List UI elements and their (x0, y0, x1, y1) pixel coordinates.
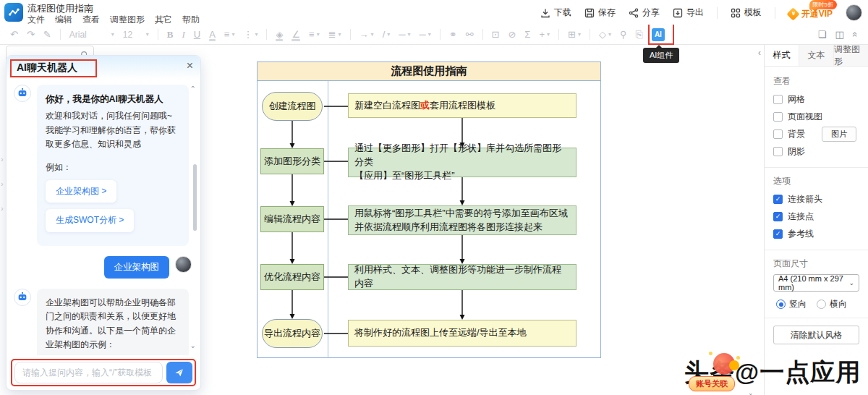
send-button[interactable] (166, 362, 192, 383)
fullscreen-icon[interactable]: ❏ (818, 30, 827, 39)
line-start-select[interactable]: ─▾ (399, 30, 410, 39)
line-style-select[interactable]: ≣▾ (328, 30, 341, 39)
chat-scrollbar[interactable] (193, 164, 197, 231)
underline-button[interactable]: U (194, 30, 200, 39)
redo-icon[interactable]: ↷ (27, 30, 35, 39)
panel-edge-chevron-icon[interactable]: › (1, 155, 4, 163)
pin-button[interactable]: ⚲ (620, 30, 627, 39)
flow-desc-1[interactable]: 通过【更多图形】打开【形状】库并勾选所需图形分类【应用】至“图形工具栏” (348, 148, 576, 177)
flow-node-0[interactable]: 创建流程图 (262, 92, 323, 121)
flow-desc-2[interactable]: 用鼠标将“图形工具栏”中需要的符号添加至画布区域并依据流程顺序利用流程图将各图形… (348, 205, 576, 235)
undo-icon[interactable]: ↶ (10, 30, 18, 39)
line-end-select[interactable]: ─▾ (420, 30, 431, 39)
menu-item-3[interactable]: 调整图形 (110, 14, 145, 26)
panel-edge-chevron-icon[interactable]: › (1, 179, 4, 188)
template-label: 模板 (744, 7, 762, 19)
page-size-select[interactable]: A4 (210 mm x 297 mm) ⌄ (773, 274, 859, 292)
insert-plus-select[interactable]: +▾ (539, 30, 550, 39)
chat-input[interactable]: 请输入提问内容，输入“/”获取模板 (14, 362, 163, 383)
color-bar (292, 39, 300, 41)
flow-node-2[interactable]: 编辑流程内容 (260, 206, 324, 232)
menu-item-5[interactable]: 帮助 (182, 14, 200, 26)
close-icon[interactable]: × (187, 59, 193, 72)
user-avatar[interactable] (175, 256, 192, 273)
flow-desc-3[interactable]: 利用样式、文本、调整图形等功能进一步制作流程内容 (348, 264, 576, 290)
format-painter-icon[interactable]: ✎ (43, 30, 51, 39)
table-select[interactable]: ⊞▾ (568, 30, 581, 39)
flow-node-4[interactable]: 导出流程内容 (262, 319, 323, 348)
collapse-toolbar-icon[interactable]: « (853, 30, 858, 39)
scroll-up-icon[interactable]: ⌃ (190, 85, 196, 93)
clear-default-style-button[interactable]: 清除默认风格 (773, 326, 859, 344)
menu-item-1[interactable]: 编辑 (55, 14, 72, 26)
unlink-button[interactable]: ⚯ (466, 30, 474, 39)
line-width-select[interactable]: ≡▾ (309, 30, 320, 39)
font-color-button[interactable]: A (209, 30, 216, 39)
flowchart-canvas[interactable]: 流程图使用指南 创建流程图新建空白流程图或套用流程图模板添加图形分类通过【更多图… (257, 61, 601, 358)
attachment-button[interactable]: ⊘ (508, 30, 516, 39)
user-avatar[interactable] (846, 4, 862, 21)
orientation-横向[interactable]: 横向 (817, 298, 847, 310)
tab-样式[interactable]: 样式 (765, 45, 799, 66)
tab-文本[interactable]: 文本 (799, 45, 833, 66)
clipboard-button[interactable]: ⎘ (635, 30, 642, 39)
share-label: 分享 (642, 7, 660, 19)
flow-desc-line: 用鼠标将“图形工具栏”中需要的符号添加至画布区域 (354, 207, 570, 221)
checkbox-背景[interactable] (773, 129, 783, 139)
panel-toggle-icon[interactable]: ◫ (835, 30, 843, 39)
example-link-1[interactable]: 生成SWOT分析 > (46, 209, 134, 232)
greeting-title: 你好，我是你的AI聊天机器人 (46, 92, 180, 106)
download-button[interactable]: 下载 (540, 7, 571, 19)
flow-desc-4[interactable]: 将制作好的流程图上传至远端/导出至本地 (348, 320, 576, 347)
scroll-down-icon[interactable]: ⌄ (190, 341, 196, 349)
arrow-style-select[interactable]: →▾ (359, 30, 374, 39)
panel-collapse-icon[interactable]: ‹ (758, 48, 761, 58)
fill-color-button[interactable]: ◈ (276, 30, 283, 39)
background-image-button[interactable]: 图片 (822, 127, 856, 142)
share-button[interactable]: 分享 (629, 7, 660, 19)
link-button[interactable]: ⚭ (449, 30, 457, 39)
formula-button[interactable]: Σ (524, 30, 530, 39)
checkbox-页面视图[interactable] (773, 112, 783, 122)
open-vip-button[interactable]: ∨开通VIP限时5折 (788, 5, 833, 20)
example-link-0[interactable]: 企业架构图 > (46, 180, 116, 203)
theme-select[interactable]: ◇▾ (599, 30, 611, 39)
checkbox-阴影[interactable] (773, 147, 783, 156)
ai-component-button[interactable]: AI (652, 28, 665, 41)
template-button[interactable]: 模板 (731, 7, 762, 19)
menu-item-0[interactable]: 文件 (27, 14, 45, 26)
insert-image-button[interactable]: ⊡ (492, 30, 500, 39)
tab-调整图形[interactable]: 调整图形 (833, 45, 868, 66)
bold-button[interactable]: B (167, 30, 174, 39)
user-message-bubble: 企业架构图 (104, 256, 170, 279)
app-logo-icon[interactable] (4, 3, 23, 22)
menu-item-2[interactable]: 查看 (82, 14, 100, 26)
checkbox-网格[interactable] (773, 95, 783, 104)
toolbar-separator (558, 29, 559, 40)
flow-node-1[interactable]: 添加图形分类 (260, 148, 324, 174)
watermark-spark (736, 356, 740, 360)
ai-tooltip: AI组件 (643, 48, 679, 63)
checkbox-连接点[interactable]: ✓ (773, 212, 783, 221)
orientation-竖向[interactable]: 竖向 (776, 298, 807, 310)
panel-edge-chevron-icon[interactable]: › (1, 204, 4, 213)
greeting-body: 欢迎和我对话，问我任何问题哦~ 我能学习和理解你的语言，帮你获取更多信息、知识和… (46, 109, 180, 151)
flow-desc-0[interactable]: 新建空白流程图或套用流程图模板 (348, 93, 576, 118)
line-spacing-select[interactable]: ⋮▾ (243, 30, 258, 39)
align-select[interactable]: ≡▾ (224, 30, 235, 39)
save-label: 保存 (598, 7, 616, 19)
flow-node-3[interactable]: 优化流程内容 (260, 264, 324, 290)
chevron-down-icon: ▾ (407, 32, 410, 38)
line-color-button[interactable]: ∠ (292, 30, 300, 39)
export-button[interactable]: 导出 (673, 7, 704, 19)
save-button[interactable]: 保存 (584, 7, 616, 19)
font-size-select[interactable]: 12▾ (123, 30, 149, 40)
flow-desc-line: 通过【更多图形】打开【形状】库并勾选所需图形分类 (354, 142, 570, 169)
checkbox-参考线[interactable]: ✓ (773, 229, 783, 239)
view-section-title: 查看 (773, 75, 859, 88)
font-family-select[interactable]: Arial▾ (69, 30, 114, 40)
italic-button[interactable]: I (182, 30, 184, 39)
menu-item-4[interactable]: 其它 (155, 14, 172, 26)
connector-type-select[interactable]: /▾ (383, 30, 391, 39)
checkbox-连接箭头[interactable]: ✓ (773, 195, 783, 204)
